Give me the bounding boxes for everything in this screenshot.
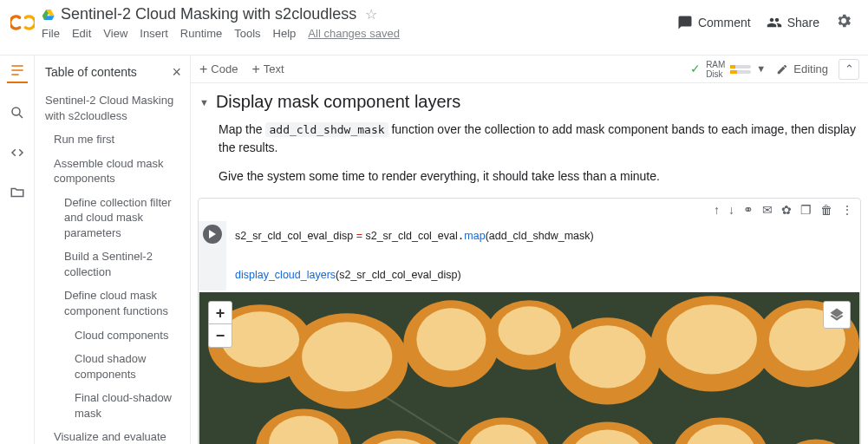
toc-item[interactable]: Cloud components: [35, 323, 190, 348]
comment-icon: [677, 15, 693, 30]
cell-move-down-icon[interactable]: ↓: [728, 203, 734, 217]
zoom-out-button[interactable]: −: [209, 324, 232, 347]
close-toc-button[interactable]: ×: [172, 64, 181, 80]
map-layers-button[interactable]: [823, 301, 851, 329]
zoom-in-button[interactable]: +: [209, 302, 232, 324]
collapse-button[interactable]: ⌃: [839, 59, 859, 80]
toc-item[interactable]: Define collection filter and cloud mask …: [35, 191, 190, 245]
cell-delete-icon[interactable]: 🗑: [820, 203, 832, 217]
svg-point-21: [416, 308, 486, 370]
code-editor[interactable]: s2_sr_cld_col_eval_disp = s2_sr_cld_col_…: [226, 221, 860, 291]
menu-bar: File Edit View Insert Runtime Tools Help…: [42, 27, 677, 40]
toc-list: Sentinel-2 Cloud Masking with s2cloudles…: [35, 88, 190, 444]
toc-title: Table of contents: [45, 65, 137, 79]
code-icon: [10, 145, 25, 160]
settings-button[interactable]: [835, 12, 852, 33]
list-icon: [9, 62, 26, 79]
toc-item[interactable]: Final cloud-shadow mask: [35, 386, 190, 425]
drive-icon: [42, 8, 55, 22]
gear-icon: [835, 12, 852, 29]
rail-search[interactable]: [7, 102, 28, 123]
svg-point-19: [221, 311, 299, 367]
rail-snippets[interactable]: [7, 142, 28, 163]
toc-item[interactable]: Build a Sentinel-2 collection: [35, 245, 190, 284]
svg-point-22: [498, 306, 560, 355]
layers-icon: [829, 307, 845, 323]
add-code-button[interactable]: +Code: [199, 62, 238, 77]
menu-help[interactable]: Help: [273, 27, 297, 40]
cell-move-up-icon[interactable]: ↑: [714, 203, 720, 217]
svg-point-0: [12, 108, 20, 115]
section-heading: Display mask component layers: [216, 92, 460, 112]
pencil-icon: [776, 63, 788, 75]
chevron-up-icon: ⌃: [845, 62, 854, 75]
save-status[interactable]: All changes saved: [308, 27, 400, 40]
paragraph: Give the system some time to render ever…: [194, 166, 868, 194]
toc-item[interactable]: Define cloud mask component functions: [35, 284, 190, 323]
folder-icon: [10, 185, 25, 200]
cell-more-icon[interactable]: ⋮: [841, 203, 853, 217]
people-icon: [767, 15, 782, 30]
cell-mirror-icon[interactable]: ❐: [800, 203, 812, 217]
menu-tools[interactable]: Tools: [234, 27, 260, 40]
rail-toc[interactable]: [7, 62, 28, 83]
rail-files[interactable]: [7, 182, 28, 203]
section-toggle[interactable]: ▼: [199, 97, 209, 108]
connection-status[interactable]: ✓ RAM Disk ▼: [690, 60, 766, 79]
share-button[interactable]: Share: [767, 15, 819, 30]
toc-item[interactable]: Run me first: [35, 127, 190, 152]
toc-item[interactable]: Cloud shadow components: [35, 347, 190, 386]
play-icon: [208, 230, 217, 238]
cell-settings-icon[interactable]: ✿: [781, 203, 792, 217]
svg-point-24: [667, 304, 757, 374]
star-icon[interactable]: ☆: [365, 6, 377, 23]
dropdown-icon[interactable]: ▼: [756, 63, 766, 74]
menu-insert[interactable]: Insert: [140, 27, 168, 40]
editing-mode-button[interactable]: Editing: [776, 62, 828, 75]
menu-file[interactable]: File: [42, 27, 60, 40]
cell-comment-icon[interactable]: ✉: [762, 203, 773, 217]
document-title[interactable]: Sentinel-2 Cloud Masking with s2cloudles…: [61, 5, 356, 23]
check-icon: ✓: [690, 62, 701, 75]
map-output[interactable]: + −: [199, 292, 860, 445]
svg-point-23: [570, 325, 646, 388]
menu-runtime[interactable]: Runtime: [180, 27, 222, 40]
menu-edit[interactable]: Edit: [72, 27, 91, 40]
toc-item[interactable]: Visualize and evaluate cloud mask compon…: [35, 425, 190, 444]
toc-item[interactable]: Assemble cloud mask components: [35, 152, 190, 191]
menu-view[interactable]: View: [103, 27, 127, 40]
colab-logo[interactable]: [7, 7, 38, 38]
comment-button[interactable]: Comment: [677, 15, 751, 30]
map-zoom-control: + −: [208, 301, 232, 348]
run-cell-button[interactable]: [203, 225, 222, 244]
add-text-button[interactable]: +Text: [251, 62, 284, 77]
code-cell[interactable]: ↑ ↓ ⚭ ✉ ✿ ❐ 🗑 ⋮ s2_sr_cld_col_eval_dis: [198, 198, 861, 444]
search-icon: [10, 105, 25, 121]
toc-item[interactable]: Sentinel-2 Cloud Masking with s2cloudles…: [35, 88, 190, 127]
cell-link-icon[interactable]: ⚭: [743, 203, 754, 217]
paragraph: Map the add_cld_shdw_mask function over …: [194, 119, 868, 166]
satellite-map: [199, 292, 859, 445]
svg-point-20: [302, 322, 392, 391]
